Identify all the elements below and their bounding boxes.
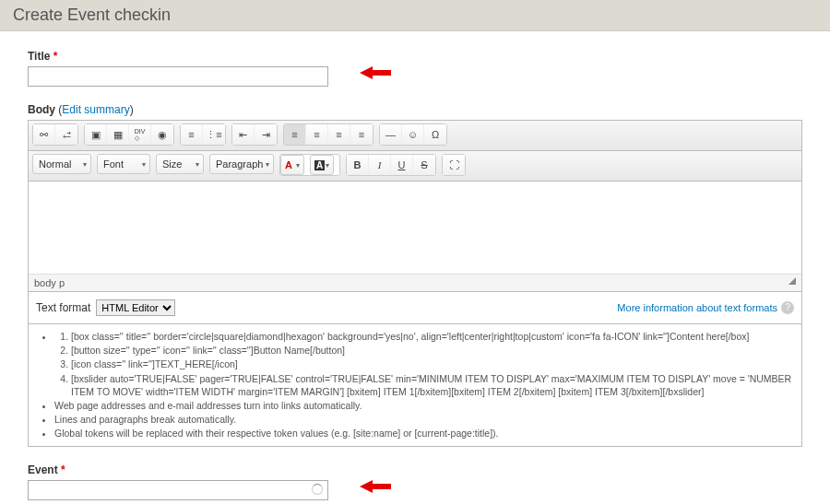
text-format-select[interactable]: HTML Editor (96, 299, 175, 316)
align-right-icon[interactable]: ≡ (350, 124, 373, 145)
required-marker: * (61, 463, 65, 476)
text-format-label: Text format (36, 301, 90, 314)
tip-2: Web page addresses and e-mail addresses … (54, 399, 794, 412)
align-left-icon[interactable]: ≡ (306, 124, 328, 145)
div-icon[interactable]: DIV◇ (129, 124, 151, 145)
editor-toolbar-2: Normal Font Size Paragraph A A B I U S ⛶ (29, 151, 801, 182)
bg-color-select[interactable]: A (310, 155, 334, 175)
image-icon[interactable]: ▣ (85, 124, 107, 145)
event-field-group: Event * (28, 463, 802, 500)
special-char-icon[interactable]: Ω (424, 124, 446, 145)
editor-element-path: body p (34, 277, 65, 288)
help-icon: ? (781, 301, 794, 314)
size-select[interactable]: Size (156, 154, 204, 174)
globe-icon[interactable]: ◉ (151, 124, 173, 145)
underline-button[interactable]: U (391, 155, 413, 175)
editor-content-area[interactable] (29, 182, 801, 274)
editor-status-bar: body p (29, 274, 801, 291)
horizontal-rule-icon[interactable]: — (380, 124, 402, 145)
tip-ol-4: [bxslider auto='TRUE|FALSE' pager='TRUE|… (71, 372, 794, 398)
body-label: Body (Edit summary) (28, 103, 802, 116)
tip-3: Lines and paragraphs break automatically… (54, 413, 794, 426)
main-content: Title * Body (Edit summary) ⚯ ⥄ ▣ ▦ DIV◇ (0, 31, 830, 504)
svg-marker-1 (360, 480, 391, 493)
title-field-group: Title * (28, 50, 802, 87)
editor-toolbar-1: ⚯ ⥄ ▣ ▦ DIV◇ ◉ ≡ ⋮≡ ⇤ ⇥ ≡ (29, 121, 801, 151)
required-marker: * (53, 50, 58, 63)
text-format-row: Text format HTML Editor More information… (28, 292, 802, 324)
indent-icon[interactable]: ⇥ (255, 124, 277, 145)
tip-4: Global tokens will be replaced with thei… (54, 427, 794, 440)
bold-button[interactable]: B (347, 155, 369, 175)
format-tips: [box class='' title='' border='circle|sq… (28, 324, 802, 447)
title-label: Title * (28, 50, 802, 63)
link-icon[interactable]: ⚯ (33, 124, 55, 145)
tip-ol-1: [box class='' title='' border='circle|sq… (71, 330, 794, 343)
event-input[interactable] (28, 480, 328, 500)
page-title: Create Event checkin (13, 6, 171, 24)
numbered-list-icon[interactable]: ≡ (181, 124, 203, 145)
italic-button[interactable]: I (369, 155, 391, 175)
format-select[interactable]: Normal (32, 154, 91, 174)
svg-marker-0 (360, 66, 391, 79)
wysiwyg-editor: ⚯ ⥄ ▣ ▦ DIV◇ ◉ ≡ ⋮≡ ⇤ ⇥ ≡ (28, 120, 802, 292)
justify-full-icon[interactable]: ≡ (284, 124, 306, 145)
tip-ol-2: [button size='' type='' icon='' link='' … (71, 344, 794, 357)
body-field-group: Body (Edit summary) ⚯ ⥄ ▣ ▦ DIV◇ ◉ ≡ ⋮≡ (28, 103, 802, 447)
unlink-icon[interactable]: ⥄ (55, 124, 77, 145)
event-label: Event * (28, 463, 802, 476)
more-info-link[interactable]: More information about text formats ? (617, 299, 794, 316)
edit-summary-link[interactable]: Edit summary (62, 103, 129, 116)
bullet-list-icon[interactable]: ⋮≡ (203, 124, 225, 145)
tip-ol-3: [icon class='' link='']TEXT_HERE[/icon] (71, 357, 794, 370)
maximize-icon[interactable]: ⛶ (443, 155, 465, 175)
arrow-annotation-icon (360, 64, 391, 81)
tips-nested: [box class='' title='' border='circle|sq… (54, 330, 794, 398)
outdent-icon[interactable]: ⇤ (232, 124, 255, 145)
table-icon[interactable]: ▦ (107, 124, 129, 145)
paragraph-select[interactable]: Paragraph (209, 154, 274, 174)
smiley-icon[interactable]: ☺ (402, 124, 424, 145)
text-color-select[interactable]: A (280, 155, 304, 175)
title-input[interactable] (28, 66, 328, 87)
align-center-icon[interactable]: ≡ (328, 124, 350, 145)
arrow-annotation-icon (360, 478, 391, 495)
resize-handle-icon[interactable] (788, 277, 796, 285)
strike-button[interactable]: S (413, 155, 435, 175)
font-select[interactable]: Font (97, 154, 150, 174)
page-header: Create Event checkin (0, 0, 830, 31)
